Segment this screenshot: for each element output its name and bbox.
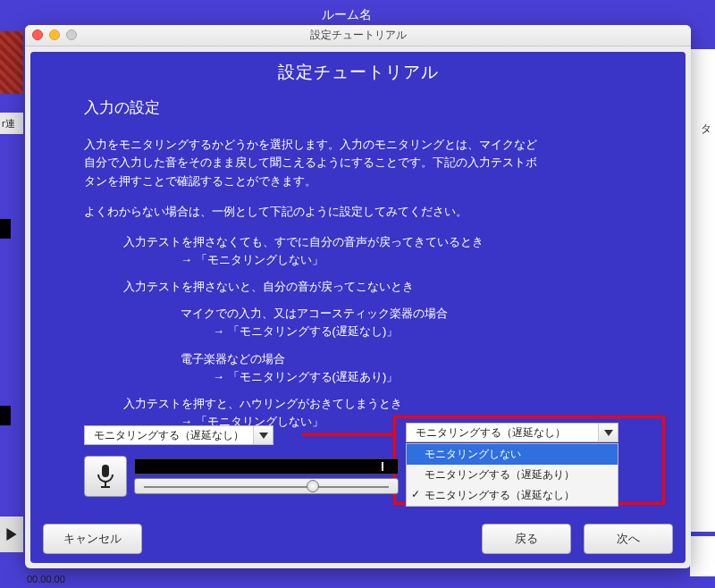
bg-fragment [690, 332, 715, 350]
next-button[interactable]: 次へ [584, 524, 673, 554]
window-title: 設定チュートリアル [310, 28, 407, 43]
bg-play-button[interactable] [0, 517, 23, 552]
wizard-buttons: キャンセル 戻る 次へ [43, 524, 673, 554]
bg-right-panel-label: タ [701, 122, 711, 137]
text-line: 入力をモニタリングするかどうかを選択します。入力のモニタリングとは、マイクなど [84, 136, 632, 154]
case-subline: 電子楽器などの場合 [84, 350, 632, 368]
bg-left-image [0, 31, 23, 94]
dropdown-option-none[interactable]: モニタリングしない [407, 444, 618, 465]
monitoring-select-callout-value: モニタリングする（遅延なし） [407, 425, 575, 441]
bg-left-field: r連 [0, 113, 23, 134]
case-result: → 「モニタリングする(遅延なし)」 [84, 323, 632, 340]
monitoring-select[interactable]: モニタリングする（遅延なし） [84, 425, 273, 445]
svg-rect-3 [102, 465, 109, 477]
chevron-down-icon [253, 426, 273, 444]
monitoring-select-row: モニタリングする（遅延なし） [84, 425, 273, 445]
case-subline: マイクでの入力、又はアコースティック楽器の場合 [84, 305, 632, 323]
window-controls [32, 29, 77, 40]
bg-room-name-label: ルーム名 [322, 7, 372, 23]
svg-marker-0 [6, 528, 16, 541]
monitoring-select-callout[interactable]: モニタリングする（遅延なし） [406, 423, 618, 442]
svg-marker-2 [604, 430, 613, 436]
monitoring-select-value: モニタリングする（遅延なし） [85, 428, 253, 443]
meter-tick [382, 462, 383, 471]
text-line: タンを押すことで確認することができます。 [84, 172, 632, 190]
close-icon[interactable] [32, 29, 43, 40]
intro-paragraph: 入力をモニタリングするかどうかを選択します。入力のモニタリングとは、マイクなど … [84, 136, 632, 189]
hint-paragraph: よくわからない場合は、一例として下記のように設定してみてください。 [84, 203, 632, 221]
bg-fragment [690, 447, 715, 465]
minimize-icon[interactable] [49, 29, 60, 40]
chevron-down-icon [598, 424, 618, 441]
bg-timer-text: 00.00.00 [27, 574, 65, 584]
back-button[interactable]: 戻る [482, 524, 571, 554]
bg-fragment [690, 173, 715, 191]
case-line: 入力テストを押さないと、自分の音が戻ってこないとき [84, 278, 632, 296]
tutorial-title: 設定チュートリアル [30, 52, 686, 97]
play-icon [5, 528, 18, 541]
section-heading: 入力の設定 [84, 97, 632, 120]
check-icon: ✓ [411, 488, 420, 500]
bg-fragment [0, 406, 11, 425]
monitoring-select-dropdown: モニタリングしない モニタリングする（遅延あり） ✓ モニタリングする（遅延なし… [406, 443, 618, 507]
slider-track [144, 486, 389, 488]
input-test-button[interactable] [84, 456, 127, 497]
input-level-meter [134, 458, 399, 475]
tutorial-content: 入力の設定 入力をモニタリングするかどうかを選択します。入力のモニタリングとは、… [30, 97, 686, 431]
dropdown-option-delay[interactable]: モニタリングする（遅延あり） [407, 465, 618, 485]
dropdown-option-label: モニタリングする（遅延なし） [425, 489, 575, 501]
bg-fragment [690, 536, 715, 576]
input-test-row [84, 456, 399, 497]
microphone-icon [95, 464, 116, 489]
input-gain-slider[interactable] [134, 478, 399, 494]
case-line: 入力テストを押すと、ハウリングがおきてしまうとき [84, 395, 632, 413]
svg-marker-1 [259, 433, 268, 439]
cancel-button[interactable]: キャンセル [43, 524, 142, 554]
case-line: 入力テストを押さなくても、すでに自分の音声が戻ってきているとき [84, 233, 632, 251]
slider-thumb[interactable] [307, 480, 319, 492]
dropdown-option-nodelay[interactable]: ✓ モニタリングする（遅延なし） [407, 485, 618, 506]
text-line: 自分で入力した音をそのまま戻して聞こえるようにすることです。下記の入力テストボ [84, 154, 632, 172]
maximize-icon [66, 29, 77, 40]
titlebar[interactable]: 設定チュートリアル [25, 25, 691, 46]
case-result: → 「モニタリングしない」 [84, 251, 632, 269]
tutorial-panel: 設定チュートリアル 入力の設定 入力をモニタリングするかどうかを選択します。入力… [30, 52, 686, 563]
case-result: → 「モニタリングする(遅延あり)」 [84, 368, 632, 386]
bg-fragment [0, 219, 11, 239]
tutorial-window: 設定チュートリアル 設定チュートリアル 入力の設定 入力をモニタリングするかどう… [25, 25, 691, 568]
callout-line [302, 433, 395, 436]
